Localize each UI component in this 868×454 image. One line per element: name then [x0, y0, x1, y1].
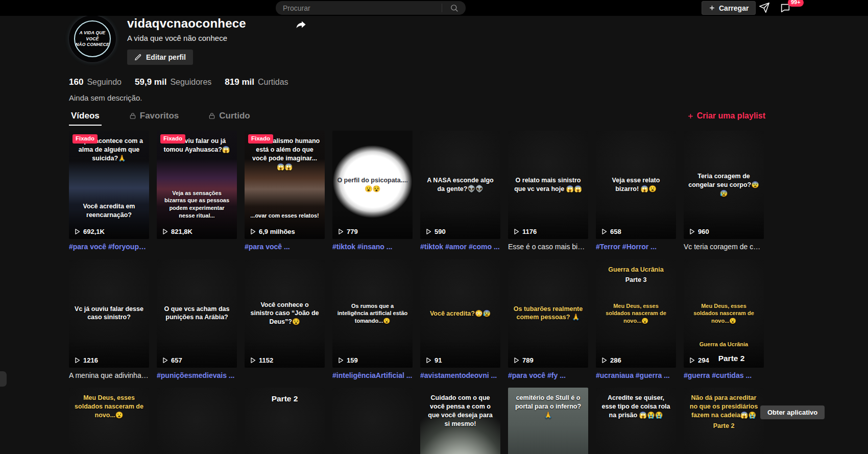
- pinned-badge: Fixado: [73, 134, 98, 144]
- video-thumbnail[interactable]: Você conhece o sinistro caso “João de De…: [245, 259, 325, 368]
- search-input[interactable]: [276, 4, 442, 12]
- video-caption[interactable]: #para você ...: [245, 243, 325, 252]
- tab-videos-label: Vídeos: [71, 111, 100, 121]
- stat-value: 819 mil: [225, 77, 254, 87]
- view-count: 692,1K: [73, 228, 105, 235]
- view-count-value: 657: [171, 356, 182, 364]
- upload-label: Carregar: [719, 4, 749, 12]
- view-count-value: 692,1K: [83, 228, 105, 235]
- video-thumbnail[interactable]: Meu Deus, esses soldados nasceram de nov…: [684, 259, 764, 368]
- topbar: Carregar 99+: [0, 0, 868, 16]
- thumb-text-stack: Parte 2: [245, 394, 325, 404]
- video-thumbnail[interactable]: Vc já ouviu falar desse caso sinistro? 1…: [69, 259, 149, 368]
- video-thumbnail[interactable]: O perfil do psicopata.... 😮😵 779: [332, 131, 413, 239]
- lock-icon: [208, 112, 215, 120]
- view-count: 779: [336, 228, 358, 235]
- video-thumbnail[interactable]: O relato mais sinistro que vc vera hoje …: [508, 131, 588, 239]
- thumb-text-stack: Meu Deus, esses soldados nasceram de nov…: [69, 394, 149, 420]
- video-thumbnail[interactable]: cemitério de Stull é o portal para o inf…: [508, 388, 588, 454]
- bio-text: Ainda sem descrição.: [69, 93, 868, 102]
- search-bar[interactable]: [276, 1, 466, 15]
- play-icon: [688, 228, 695, 235]
- view-count: 294: [688, 356, 709, 364]
- messages-button[interactable]: [759, 2, 770, 13]
- thumb-text-top: cemitério de Stull é o portal para o inf…: [508, 394, 588, 420]
- view-count-value: 286: [610, 356, 621, 364]
- video-caption[interactable]: Vc teria coragem de con...: [684, 243, 764, 252]
- video-card: O que vcs acham das punições na Arábia? …: [157, 259, 237, 380]
- view-count-value: 1152: [259, 356, 273, 364]
- video-thumbnail[interactable]: Meu Deus, esses soldados nasceram de nov…: [69, 388, 149, 454]
- video-thumbnail[interactable]: [332, 388, 413, 454]
- thumb-text-lower: Veja as sensações bizarras que as pessoa…: [157, 189, 237, 220]
- lock-icon: [129, 112, 136, 120]
- view-count-value: 294: [698, 356, 709, 364]
- video-thumbnail[interactable]: A NASA esconde algo da gente?👽👽 590: [420, 131, 500, 239]
- video-caption[interactable]: #inteligênciaArtificial ...: [332, 371, 413, 380]
- thumb-text-top: Cuidado com o que você pensa e com o que…: [420, 394, 500, 428]
- video-card: Meu Deus, esses soldados nasceram de nov…: [69, 388, 149, 454]
- video-card: Acredite se quiser, esse tipo de coisa r…: [596, 388, 676, 454]
- video-caption[interactable]: #avistamentodeovni ...: [420, 371, 500, 380]
- video-thumbnail[interactable]: Fixado O canibalismo humano está o além …: [245, 131, 325, 239]
- get-app-button[interactable]: Obter aplicativo: [760, 405, 825, 419]
- video-caption[interactable]: A menina que adivinha as...: [69, 371, 149, 380]
- video-caption[interactable]: Esse é o caso mais bizarr...: [508, 243, 588, 252]
- video-caption[interactable]: #puniçõesmedievais ...: [157, 371, 237, 380]
- video-caption[interactable]: #para você #foryoupage...: [69, 243, 149, 252]
- video-thumbnail[interactable]: Acredite se quiser, esse tipo de coisa r…: [596, 388, 676, 454]
- view-count: 1152: [249, 356, 273, 364]
- search-button[interactable]: [442, 1, 466, 15]
- video-thumbnail[interactable]: [157, 388, 237, 454]
- tab-videos[interactable]: Vídeos: [69, 106, 102, 126]
- video-card: Vc já ouviu falar desse caso sinistro? 1…: [69, 259, 149, 380]
- avatar[interactable]: A VIDA QUE VOCÊ NÃO CONHECE: [69, 15, 116, 62]
- video-caption[interactable]: #Terror #Horror ...: [596, 243, 676, 252]
- thumb-text-stack: cemitério de Stull é o portal para o inf…: [508, 394, 588, 420]
- tab-liked[interactable]: Curtido: [206, 106, 252, 126]
- video-caption[interactable]: #tiktok #amor #como ...: [420, 243, 500, 252]
- stat-label: Seguidores: [170, 78, 211, 86]
- video-thumbnail[interactable]: Não dá para acreditar no que os presidiá…: [684, 388, 764, 454]
- video-thumbnail[interactable]: O que vcs acham das punições na Arábia? …: [157, 259, 237, 368]
- video-caption[interactable]: #para você #fy ...: [508, 371, 588, 380]
- video-caption[interactable]: #guerra #curtidas ...: [684, 371, 764, 380]
- video-thumbnail[interactable]: Veja esse relato bizarro! 😱😮 658: [596, 131, 676, 239]
- view-count: 1176: [512, 228, 537, 235]
- play-icon: [73, 228, 81, 235]
- video-thumbnail[interactable]: Fixado Já ouviu falar ou já tomou Ayahua…: [157, 131, 237, 239]
- video-card: Cuidado com o que você pensa e com o que…: [420, 388, 500, 454]
- video-thumbnail[interactable]: Fixado O que acontece com a alma de algu…: [69, 131, 149, 239]
- stat-followers[interactable]: 59,9 milSeguidores: [135, 77, 211, 87]
- stat-likes[interactable]: 819 milCurtidas: [225, 77, 288, 87]
- play-icon: [161, 228, 168, 235]
- upload-button[interactable]: Carregar: [702, 1, 756, 15]
- video-thumbnail[interactable]: Os rumos que a inteligência artificial e…: [332, 259, 413, 368]
- stat-label: Curtidas: [258, 78, 288, 86]
- play-icon: [336, 356, 344, 364]
- video-thumbnail[interactable]: Parte 2: [245, 388, 325, 454]
- video-thumbnail[interactable]: Cuidado com o que você pensa e com o que…: [420, 388, 500, 454]
- view-count: 286: [600, 356, 621, 364]
- video-thumbnail[interactable]: Guerra da Ucrânia Parte 3 Meu Deus, esse…: [596, 259, 676, 368]
- video-card: cemitério de Stull é o portal para o inf…: [508, 388, 588, 454]
- video-card: Teria coragem de congelar seu corpo?😨😰 9…: [684, 131, 764, 252]
- profile-info: vidaqvcnaoconhece A vida que você não co…: [122, 15, 246, 65]
- video-thumbnail[interactable]: Você acredita?😳😰 91: [420, 259, 500, 368]
- stat-following[interactable]: 160Seguindo: [69, 77, 122, 87]
- thumb-text-stack: Acredite se quiser, esse tipo de coisa r…: [596, 394, 676, 420]
- edit-profile-button[interactable]: Editar perfil: [127, 50, 193, 65]
- tab-favorites[interactable]: Favoritos: [127, 106, 181, 126]
- thumb-text-middle: O relato mais sinistro que vc vera hoje …: [508, 176, 588, 194]
- video-card: [332, 388, 413, 454]
- view-count: 960: [688, 228, 709, 235]
- thumb-text-middle: Vc já ouviu falar desse caso sinistro?: [69, 305, 149, 322]
- play-icon: [512, 228, 520, 235]
- video-thumbnail[interactable]: Teria coragem de congelar seu corpo?😨😰 9…: [684, 131, 764, 239]
- create-playlist-link[interactable]: Criar uma playlist: [687, 111, 765, 121]
- share-profile-button[interactable]: [295, 18, 307, 31]
- video-caption[interactable]: #ucraniaua #guerra ...: [596, 371, 676, 380]
- video-thumbnail[interactable]: Os tubarões realmente comem pessoas? 🙏 7…: [508, 259, 588, 368]
- video-caption[interactable]: #tiktok #insano ...: [332, 243, 413, 252]
- edit-icon: [134, 54, 142, 61]
